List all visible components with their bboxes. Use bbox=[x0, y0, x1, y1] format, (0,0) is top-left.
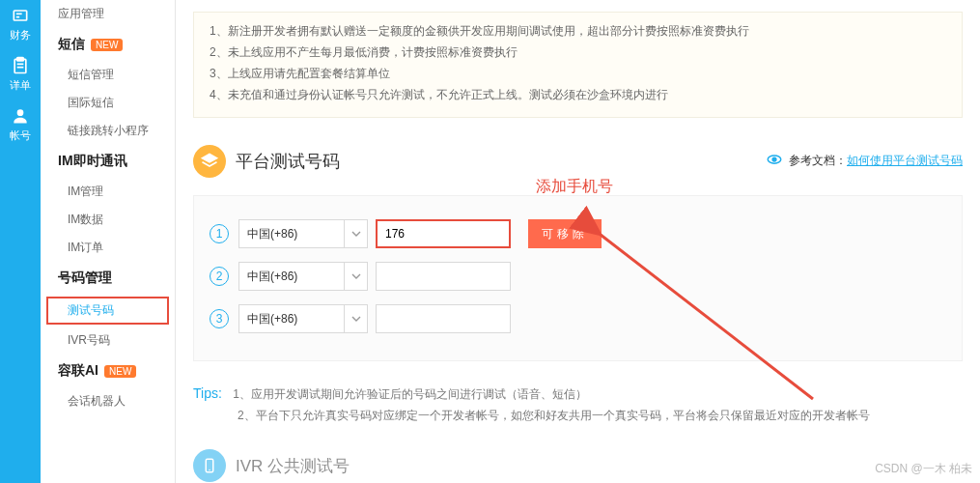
phone-row: 2 中国(+86) bbox=[210, 262, 946, 291]
sidebar-top-item[interactable]: 应用管理 bbox=[41, 6, 175, 28]
notice-line: 3、上线应用请先配置套餐结算单位 bbox=[210, 63, 946, 84]
country-dropdown-button[interactable] bbox=[345, 219, 368, 248]
next-section-header: IVR 公共测试号 bbox=[193, 449, 963, 482]
svg-point-12 bbox=[209, 469, 210, 471]
sidebar: 应用管理 短信 NEW 短信管理 国际短信 链接跳转小程序 IM即时通讯 IM管… bbox=[41, 0, 176, 483]
rail-label: 财务 bbox=[10, 28, 31, 43]
country-dropdown-button[interactable] bbox=[345, 304, 368, 333]
chevron-down-icon bbox=[351, 314, 361, 324]
sidebar-item-im-data[interactable]: IM数据 bbox=[41, 206, 175, 234]
section-title: 平台测试号码 bbox=[236, 150, 340, 173]
svg-rect-0 bbox=[14, 11, 26, 20]
sidebar-item-im-orders[interactable]: IM订单 bbox=[41, 234, 175, 262]
reference-link[interactable]: 如何使用平台测试号码 bbox=[847, 153, 963, 169]
sidebar-item-im-manage[interactable]: IM管理 bbox=[41, 178, 175, 206]
badge-new: NEW bbox=[91, 39, 123, 51]
phone-input[interactable] bbox=[376, 219, 511, 248]
chevron-down-icon bbox=[351, 229, 361, 239]
main-content: 1、新注册开发者拥有默认赠送一定额度的金额供开发应用期间调试使用，超出部分计费按… bbox=[176, 0, 980, 483]
phone-icon bbox=[193, 449, 226, 482]
layers-icon bbox=[193, 145, 226, 178]
user-icon bbox=[11, 106, 30, 126]
svg-point-7 bbox=[17, 109, 24, 116]
clipboard-icon bbox=[11, 56, 30, 75]
tips-block: Tips: 1、应用开发调试期间允许验证后的号码之间进行调试（语音、短信） 2、… bbox=[193, 383, 963, 426]
sidebar-head-numbers[interactable]: 号码管理 bbox=[41, 262, 175, 295]
reference-doc: 参考文档： 如何使用平台测试号码 bbox=[766, 151, 963, 171]
country-select[interactable]: 中国(+86) bbox=[238, 304, 345, 333]
sidebar-item-test-number[interactable]: 测试号码 bbox=[46, 297, 169, 325]
rail-item-finance[interactable]: 财务 bbox=[10, 6, 31, 43]
annotation-label: 添加手机号 bbox=[536, 177, 613, 197]
row-number: 1 bbox=[210, 224, 229, 243]
test-number-form: 添加手机号 1 中国(+86) 可移除 2 中国(+86) 3 bbox=[193, 195, 963, 361]
tips-label: Tips: bbox=[193, 385, 222, 401]
sidebar-head-ai[interactable]: 容联AI NEW bbox=[41, 355, 175, 387]
svg-rect-4 bbox=[17, 58, 24, 61]
notice-line: 4、未充值和通过身份认证帐号只允许测试，不允许正式上线。测试必须在沙盒环境内进行 bbox=[210, 84, 946, 105]
money-icon bbox=[11, 6, 30, 25]
notice-line: 1、新注册开发者拥有默认赠送一定额度的金额供开发应用期间调试使用，超出部分计费按… bbox=[210, 20, 946, 42]
country-select[interactable]: 中国(+86) bbox=[238, 262, 345, 291]
svg-point-10 bbox=[772, 157, 776, 161]
eye-icon bbox=[766, 151, 783, 171]
row-number: 2 bbox=[210, 267, 229, 286]
svg-marker-8 bbox=[203, 155, 217, 162]
rail-label: 帐号 bbox=[10, 128, 31, 143]
rail-item-details[interactable]: 详单 bbox=[10, 56, 31, 93]
sidebar-item-sms-manage[interactable]: 短信管理 bbox=[41, 61, 175, 89]
phone-row: 3 中国(+86) bbox=[210, 304, 946, 333]
left-rail: 财务 详单 帐号 bbox=[0, 0, 41, 483]
country-dropdown-button[interactable] bbox=[345, 262, 368, 291]
next-section-title: IVR 公共测试号 bbox=[236, 455, 350, 477]
phone-input[interactable] bbox=[376, 262, 511, 291]
rail-label: 详单 bbox=[10, 78, 31, 93]
sidebar-item-link-miniprogram[interactable]: 链接跳转小程序 bbox=[41, 117, 175, 145]
badge-new: NEW bbox=[104, 365, 136, 378]
notice-line: 2、未上线应用不产生每月最低消费，计费按照标准资费执行 bbox=[210, 42, 946, 63]
sidebar-head-im[interactable]: IM即时通讯 bbox=[41, 145, 175, 178]
sidebar-item-chatbot[interactable]: 会话机器人 bbox=[41, 387, 175, 415]
row-number: 3 bbox=[210, 309, 229, 328]
sidebar-item-intl-sms[interactable]: 国际短信 bbox=[41, 89, 175, 117]
phone-row: 1 中国(+86) 可移除 bbox=[210, 219, 946, 248]
chevron-down-icon bbox=[351, 271, 361, 281]
sidebar-head-sms[interactable]: 短信 NEW bbox=[41, 28, 175, 61]
notice-box: 1、新注册开发者拥有默认赠送一定额度的金额供开发应用期间调试使用，超出部分计费按… bbox=[193, 12, 963, 118]
remove-button[interactable]: 可移除 bbox=[528, 219, 602, 248]
country-select[interactable]: 中国(+86) bbox=[238, 219, 345, 248]
phone-input[interactable] bbox=[376, 304, 511, 333]
section-header: 平台测试号码 参考文档： 如何使用平台测试号码 bbox=[193, 145, 963, 178]
sidebar-item-ivr-number[interactable]: IVR号码 bbox=[41, 327, 175, 355]
watermark: CSDN @一木 柏未 bbox=[875, 461, 972, 477]
rail-item-account[interactable]: 帐号 bbox=[10, 106, 31, 143]
